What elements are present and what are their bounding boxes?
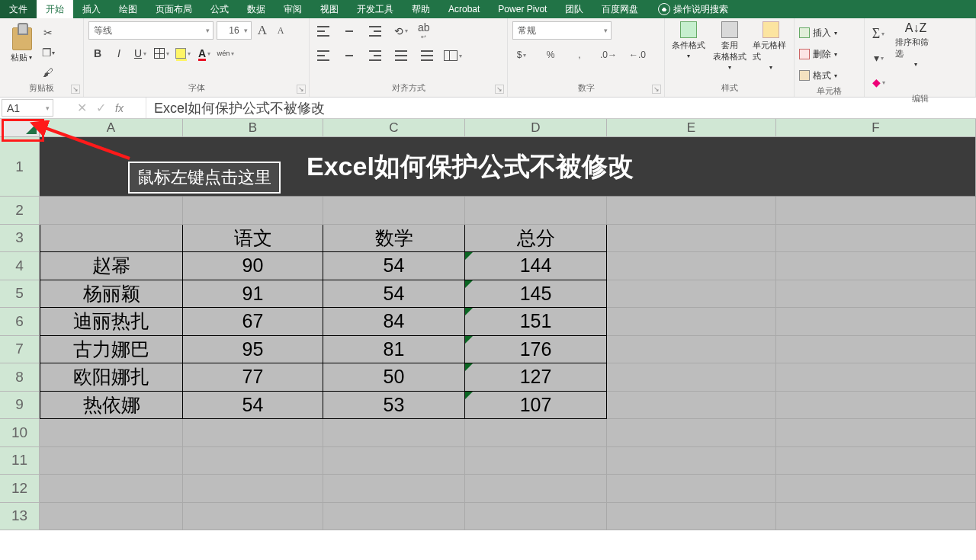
col-header-A[interactable]: A (40, 119, 183, 136)
cell-E7[interactable] (607, 336, 776, 364)
col-header-F[interactable]: F (776, 119, 976, 136)
shrink-font-button[interactable]: A (273, 23, 288, 38)
align-center-button[interactable] (340, 46, 358, 65)
format-cells-button[interactable]: 格式▾ (799, 67, 859, 84)
cell-E12[interactable] (607, 475, 776, 503)
cell-A9[interactable]: 热依娜 (40, 392, 183, 420)
cell-B6[interactable]: 67 (183, 308, 323, 336)
cell-B11[interactable] (183, 447, 323, 475)
col-header-B[interactable]: B (183, 119, 323, 136)
row-header-1[interactable]: 1 (0, 137, 40, 197)
tab-file[interactable]: 文件 (0, 0, 37, 18)
name-box[interactable]: A1 (2, 99, 53, 117)
align-top-button[interactable] (314, 22, 332, 40)
formula-bar[interactable]: Excel如何保护公式不被修改 (146, 98, 976, 118)
cell-A13[interactable] (40, 503, 183, 531)
cell-F10[interactable] (776, 419, 976, 447)
tab-data[interactable]: 数据 (238, 0, 274, 18)
font-size-combo[interactable]: 16 (217, 21, 252, 40)
cell-C10[interactable] (323, 419, 465, 447)
cell-C5[interactable]: 54 (323, 280, 465, 309)
cell-A4[interactable]: 赵幂 (40, 252, 183, 280)
tab-powerpivot[interactable]: Power Pivot (489, 0, 556, 18)
cell-D3[interactable]: 总分 (465, 225, 607, 253)
row-header-13[interactable]: 13 (0, 503, 40, 531)
cell-B13[interactable] (183, 503, 323, 531)
number-format-combo[interactable]: 常规 (512, 21, 612, 40)
copy-button[interactable]: ❐▾ (41, 46, 55, 59)
cell-F9[interactable] (776, 392, 976, 420)
cell-A11[interactable] (40, 447, 183, 475)
cell-B8[interactable]: 77 (183, 363, 323, 392)
sort-filter-button[interactable]: A↓Z 排序和筛选▾ (895, 21, 936, 68)
cell-C3[interactable]: 数学 (323, 225, 465, 253)
col-header-C[interactable]: C (323, 119, 465, 136)
row-header-8[interactable]: 8 (0, 363, 40, 392)
cell-D12[interactable] (465, 475, 607, 503)
cell-E10[interactable] (607, 419, 776, 447)
cell-D5[interactable]: 145 (465, 280, 607, 309)
fx-icon[interactable]: fx (115, 102, 124, 114)
cell-D11[interactable] (465, 447, 607, 475)
merge-center-button[interactable]: ▾ (444, 46, 462, 65)
cancel-formula-icon[interactable]: ✕ (77, 101, 87, 115)
cell-F11[interactable] (776, 447, 976, 475)
tab-help[interactable]: 帮助 (403, 0, 439, 18)
cell-C9[interactable]: 53 (323, 392, 465, 420)
font-color-button[interactable]: A▾ (195, 44, 214, 62)
delete-cells-button[interactable]: 删除▾ (799, 46, 859, 62)
cell-D8[interactable]: 127 (465, 363, 607, 392)
cell-F3[interactable] (776, 225, 976, 253)
decrease-indent-button[interactable] (392, 46, 410, 65)
fill-color-button[interactable]: ▾ (174, 44, 192, 62)
underline-button[interactable]: U▾ (131, 44, 149, 62)
tab-review[interactable]: 审阅 (274, 0, 311, 18)
cut-button[interactable]: ✂ (41, 26, 55, 40)
number-launcher[interactable]: ↘ (652, 85, 661, 94)
cell-F4[interactable] (776, 252, 976, 280)
cell-F13[interactable] (776, 503, 976, 531)
tab-home[interactable]: 开始 (37, 0, 73, 18)
cell-D9[interactable]: 107 (465, 392, 607, 420)
cell-D6[interactable]: 151 (465, 308, 607, 336)
row-header-3[interactable]: 3 (0, 225, 40, 253)
cell-C4[interactable]: 54 (323, 252, 465, 280)
align-right-button[interactable] (366, 46, 384, 65)
cell-C2[interactable] (323, 197, 465, 225)
cell-B7[interactable]: 95 (183, 336, 323, 364)
tab-insert[interactable]: 插入 (73, 0, 110, 18)
tab-dev[interactable]: 开发工具 (348, 0, 403, 18)
cell-B3[interactable]: 语文 (183, 225, 323, 253)
cell-A5[interactable]: 杨丽颖 (40, 280, 183, 309)
cell-C6[interactable]: 84 (323, 308, 465, 336)
tab-view[interactable]: 视图 (311, 0, 348, 18)
cell-A3[interactable] (40, 225, 183, 253)
cell-C12[interactable] (323, 475, 465, 503)
increase-indent-button[interactable] (418, 46, 436, 65)
col-header-E[interactable]: E (607, 119, 776, 136)
wrap-text-button[interactable]: ab↩ (418, 21, 430, 40)
font-name-combo[interactable]: 等线 (88, 21, 214, 40)
format-as-table-button[interactable]: 套用 表格格式▾ (711, 21, 748, 71)
cell-A10[interactable] (40, 419, 183, 447)
row-header-7[interactable]: 7 (0, 336, 40, 364)
grow-font-button[interactable]: A (255, 23, 270, 38)
cell-C13[interactable] (323, 503, 465, 531)
cell-A8[interactable]: 欧阳娜扎 (40, 363, 183, 392)
cell-F6[interactable] (776, 308, 976, 336)
cell-B4[interactable]: 90 (183, 252, 323, 280)
accounting-format-button[interactable]: $▾ (512, 46, 531, 64)
tell-me-search[interactable]: 操作说明搜索 (653, 0, 733, 18)
insert-cells-button[interactable]: 插入▾ (799, 24, 859, 41)
paste-button[interactable]: 粘贴▾ (5, 21, 38, 63)
row-header-11[interactable]: 11 (0, 447, 40, 475)
align-middle-button[interactable] (340, 22, 358, 40)
cell-styles-button[interactable]: 单元格样式▾ (753, 21, 789, 71)
cell-D7[interactable]: 176 (465, 336, 607, 364)
tab-formulas[interactable]: 公式 (201, 0, 238, 18)
cell-D10[interactable] (465, 419, 607, 447)
row-header-2[interactable]: 2 (0, 197, 40, 225)
enter-formula-icon[interactable]: ✓ (96, 101, 106, 115)
row-header-12[interactable]: 12 (0, 475, 40, 503)
col-header-D[interactable]: D (465, 119, 607, 136)
